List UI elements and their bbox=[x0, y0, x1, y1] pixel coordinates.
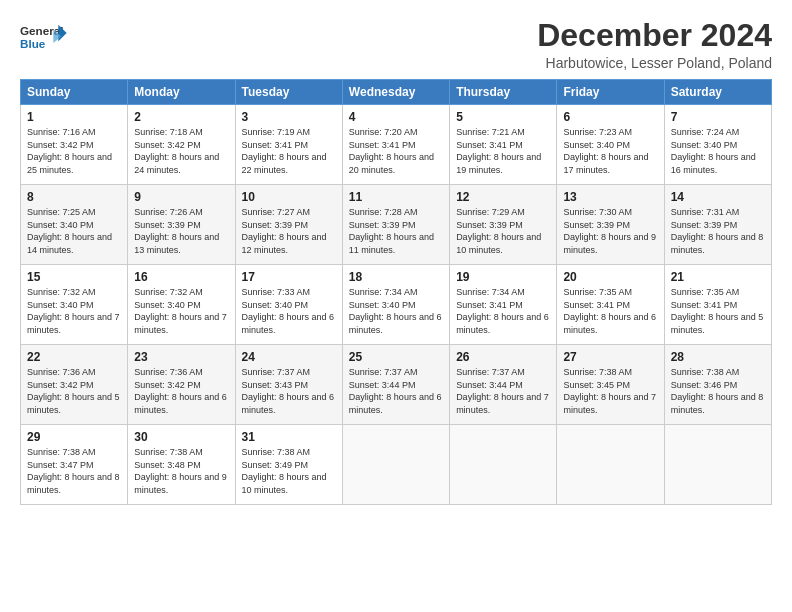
table-row: 19Sunrise: 7:34 AMSunset: 3:41 PMDayligh… bbox=[450, 265, 557, 345]
day-info: Sunrise: 7:34 AMSunset: 3:41 PMDaylight:… bbox=[456, 287, 549, 335]
day-number: 19 bbox=[456, 270, 550, 284]
day-number: 29 bbox=[27, 430, 121, 444]
table-row: 26Sunrise: 7:37 AMSunset: 3:44 PMDayligh… bbox=[450, 345, 557, 425]
table-row bbox=[557, 425, 664, 505]
day-info: Sunrise: 7:32 AMSunset: 3:40 PMDaylight:… bbox=[27, 287, 120, 335]
col-saturday: Saturday bbox=[664, 80, 771, 105]
table-row bbox=[450, 425, 557, 505]
header: General Blue December 2024 Harbutowice, … bbox=[20, 18, 772, 71]
table-row: 25Sunrise: 7:37 AMSunset: 3:44 PMDayligh… bbox=[342, 345, 449, 425]
table-row: 22Sunrise: 7:36 AMSunset: 3:42 PMDayligh… bbox=[21, 345, 128, 425]
day-number: 30 bbox=[134, 430, 228, 444]
day-number: 25 bbox=[349, 350, 443, 364]
table-row: 16Sunrise: 7:32 AMSunset: 3:40 PMDayligh… bbox=[128, 265, 235, 345]
day-number: 21 bbox=[671, 270, 765, 284]
table-row: 24Sunrise: 7:37 AMSunset: 3:43 PMDayligh… bbox=[235, 345, 342, 425]
table-row: 10Sunrise: 7:27 AMSunset: 3:39 PMDayligh… bbox=[235, 185, 342, 265]
day-info: Sunrise: 7:21 AMSunset: 3:41 PMDaylight:… bbox=[456, 127, 541, 175]
day-number: 31 bbox=[242, 430, 336, 444]
day-info: Sunrise: 7:38 AMSunset: 3:48 PMDaylight:… bbox=[134, 447, 227, 495]
table-row: 18Sunrise: 7:34 AMSunset: 3:40 PMDayligh… bbox=[342, 265, 449, 345]
logo: General Blue bbox=[20, 18, 70, 58]
col-friday: Friday bbox=[557, 80, 664, 105]
calendar-header-row: Sunday Monday Tuesday Wednesday Thursday… bbox=[21, 80, 772, 105]
day-info: Sunrise: 7:27 AMSunset: 3:39 PMDaylight:… bbox=[242, 207, 327, 255]
day-info: Sunrise: 7:38 AMSunset: 3:47 PMDaylight:… bbox=[27, 447, 120, 495]
day-info: Sunrise: 7:30 AMSunset: 3:39 PMDaylight:… bbox=[563, 207, 656, 255]
table-row: 21Sunrise: 7:35 AMSunset: 3:41 PMDayligh… bbox=[664, 265, 771, 345]
calendar-week-row: 22Sunrise: 7:36 AMSunset: 3:42 PMDayligh… bbox=[21, 345, 772, 425]
table-row bbox=[342, 425, 449, 505]
day-number: 13 bbox=[563, 190, 657, 204]
day-number: 11 bbox=[349, 190, 443, 204]
day-info: Sunrise: 7:18 AMSunset: 3:42 PMDaylight:… bbox=[134, 127, 219, 175]
table-row: 31Sunrise: 7:38 AMSunset: 3:49 PMDayligh… bbox=[235, 425, 342, 505]
page: General Blue December 2024 Harbutowice, … bbox=[0, 0, 792, 612]
day-number: 8 bbox=[27, 190, 121, 204]
day-info: Sunrise: 7:34 AMSunset: 3:40 PMDaylight:… bbox=[349, 287, 442, 335]
calendar-week-row: 29Sunrise: 7:38 AMSunset: 3:47 PMDayligh… bbox=[21, 425, 772, 505]
table-row: 20Sunrise: 7:35 AMSunset: 3:41 PMDayligh… bbox=[557, 265, 664, 345]
day-number: 20 bbox=[563, 270, 657, 284]
day-info: Sunrise: 7:35 AMSunset: 3:41 PMDaylight:… bbox=[671, 287, 764, 335]
day-info: Sunrise: 7:37 AMSunset: 3:44 PMDaylight:… bbox=[456, 367, 549, 415]
day-number: 22 bbox=[27, 350, 121, 364]
table-row: 30Sunrise: 7:38 AMSunset: 3:48 PMDayligh… bbox=[128, 425, 235, 505]
svg-text:Blue: Blue bbox=[20, 37, 46, 50]
day-number: 24 bbox=[242, 350, 336, 364]
table-row bbox=[664, 425, 771, 505]
day-number: 15 bbox=[27, 270, 121, 284]
table-row: 7Sunrise: 7:24 AMSunset: 3:40 PMDaylight… bbox=[664, 105, 771, 185]
day-info: Sunrise: 7:23 AMSunset: 3:40 PMDaylight:… bbox=[563, 127, 648, 175]
col-wednesday: Wednesday bbox=[342, 80, 449, 105]
day-info: Sunrise: 7:33 AMSunset: 3:40 PMDaylight:… bbox=[242, 287, 335, 335]
table-row: 1Sunrise: 7:16 AMSunset: 3:42 PMDaylight… bbox=[21, 105, 128, 185]
table-row: 9Sunrise: 7:26 AMSunset: 3:39 PMDaylight… bbox=[128, 185, 235, 265]
table-row: 3Sunrise: 7:19 AMSunset: 3:41 PMDaylight… bbox=[235, 105, 342, 185]
table-row: 12Sunrise: 7:29 AMSunset: 3:39 PMDayligh… bbox=[450, 185, 557, 265]
day-info: Sunrise: 7:38 AMSunset: 3:46 PMDaylight:… bbox=[671, 367, 764, 415]
day-number: 14 bbox=[671, 190, 765, 204]
table-row: 8Sunrise: 7:25 AMSunset: 3:40 PMDaylight… bbox=[21, 185, 128, 265]
day-number: 16 bbox=[134, 270, 228, 284]
table-row: 14Sunrise: 7:31 AMSunset: 3:39 PMDayligh… bbox=[664, 185, 771, 265]
day-number: 3 bbox=[242, 110, 336, 124]
day-info: Sunrise: 7:37 AMSunset: 3:43 PMDaylight:… bbox=[242, 367, 335, 415]
day-info: Sunrise: 7:28 AMSunset: 3:39 PMDaylight:… bbox=[349, 207, 434, 255]
day-info: Sunrise: 7:38 AMSunset: 3:45 PMDaylight:… bbox=[563, 367, 656, 415]
day-number: 26 bbox=[456, 350, 550, 364]
day-number: 27 bbox=[563, 350, 657, 364]
day-info: Sunrise: 7:32 AMSunset: 3:40 PMDaylight:… bbox=[134, 287, 227, 335]
day-info: Sunrise: 7:20 AMSunset: 3:41 PMDaylight:… bbox=[349, 127, 434, 175]
day-info: Sunrise: 7:37 AMSunset: 3:44 PMDaylight:… bbox=[349, 367, 442, 415]
title-block: December 2024 Harbutowice, Lesser Poland… bbox=[537, 18, 772, 71]
calendar-week-row: 8Sunrise: 7:25 AMSunset: 3:40 PMDaylight… bbox=[21, 185, 772, 265]
day-number: 12 bbox=[456, 190, 550, 204]
day-info: Sunrise: 7:38 AMSunset: 3:49 PMDaylight:… bbox=[242, 447, 327, 495]
table-row: 6Sunrise: 7:23 AMSunset: 3:40 PMDaylight… bbox=[557, 105, 664, 185]
table-row: 29Sunrise: 7:38 AMSunset: 3:47 PMDayligh… bbox=[21, 425, 128, 505]
day-info: Sunrise: 7:24 AMSunset: 3:40 PMDaylight:… bbox=[671, 127, 756, 175]
table-row: 13Sunrise: 7:30 AMSunset: 3:39 PMDayligh… bbox=[557, 185, 664, 265]
calendar-table: Sunday Monday Tuesday Wednesday Thursday… bbox=[20, 79, 772, 505]
table-row: 23Sunrise: 7:36 AMSunset: 3:42 PMDayligh… bbox=[128, 345, 235, 425]
calendar-week-row: 1Sunrise: 7:16 AMSunset: 3:42 PMDaylight… bbox=[21, 105, 772, 185]
day-info: Sunrise: 7:26 AMSunset: 3:39 PMDaylight:… bbox=[134, 207, 219, 255]
table-row: 4Sunrise: 7:20 AMSunset: 3:41 PMDaylight… bbox=[342, 105, 449, 185]
day-info: Sunrise: 7:19 AMSunset: 3:41 PMDaylight:… bbox=[242, 127, 327, 175]
col-tuesday: Tuesday bbox=[235, 80, 342, 105]
table-row: 15Sunrise: 7:32 AMSunset: 3:40 PMDayligh… bbox=[21, 265, 128, 345]
day-number: 23 bbox=[134, 350, 228, 364]
day-number: 4 bbox=[349, 110, 443, 124]
day-info: Sunrise: 7:29 AMSunset: 3:39 PMDaylight:… bbox=[456, 207, 541, 255]
day-number: 1 bbox=[27, 110, 121, 124]
day-info: Sunrise: 7:36 AMSunset: 3:42 PMDaylight:… bbox=[27, 367, 120, 415]
col-sunday: Sunday bbox=[21, 80, 128, 105]
day-info: Sunrise: 7:16 AMSunset: 3:42 PMDaylight:… bbox=[27, 127, 112, 175]
logo-icon: General Blue bbox=[20, 18, 70, 58]
day-number: 17 bbox=[242, 270, 336, 284]
table-row: 2Sunrise: 7:18 AMSunset: 3:42 PMDaylight… bbox=[128, 105, 235, 185]
table-row: 28Sunrise: 7:38 AMSunset: 3:46 PMDayligh… bbox=[664, 345, 771, 425]
table-row: 17Sunrise: 7:33 AMSunset: 3:40 PMDayligh… bbox=[235, 265, 342, 345]
day-info: Sunrise: 7:31 AMSunset: 3:39 PMDaylight:… bbox=[671, 207, 764, 255]
